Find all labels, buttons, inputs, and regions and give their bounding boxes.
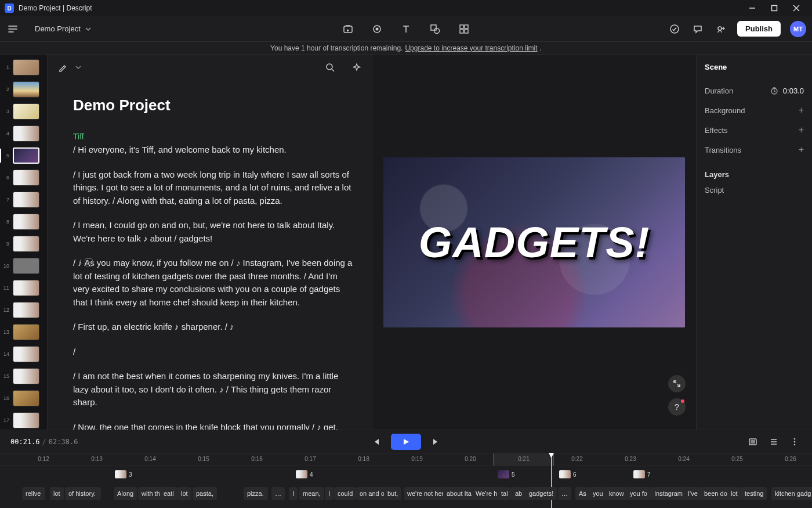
document-title[interactable]: Demo Project — [73, 96, 354, 114]
background-row[interactable]: Background+ — [705, 100, 804, 120]
word-track[interactable]: relivelotof history.Alongwith theatilotp… — [0, 484, 812, 502]
clip-marker[interactable]: 5 — [498, 469, 515, 480]
word-clip[interactable]: of history. — [65, 487, 101, 500]
timeline[interactable]: 0:120:130:140:150:160:170:180:190:200:21… — [0, 453, 812, 508]
scene-thumbnail[interactable]: 11 — [0, 279, 47, 297]
view-mode-b-icon[interactable] — [767, 435, 781, 449]
add-scene-icon[interactable]: + — [85, 258, 93, 266]
word-clip[interactable]: … — [271, 487, 285, 500]
word-clip[interactable]: on and o — [356, 487, 388, 500]
close-button[interactable] — [785, 0, 807, 16]
preview-canvas[interactable]: GADGETS! ? — [372, 55, 696, 430]
duration-row[interactable]: Duration 0:03.0 — [705, 81, 804, 100]
expand-icon[interactable] — [668, 375, 686, 392]
word-clip[interactable]: Along — [114, 487, 137, 500]
transcript-paragraph[interactable]: / Now, the one that comes in the knife b… — [73, 421, 354, 430]
project-selector[interactable]: Demo Project — [30, 22, 96, 35]
word-clip[interactable]: tal — [498, 487, 512, 500]
word-clip[interactable]: testing — [741, 487, 767, 500]
word-clip[interactable]: you fo — [626, 487, 651, 500]
scene-thumbnail[interactable]: 15 — [0, 367, 47, 385]
word-clip[interactable]: could — [334, 487, 356, 500]
word-clip[interactable]: lot — [727, 487, 741, 500]
maximize-button[interactable] — [763, 0, 785, 16]
media-tool-icon[interactable] — [341, 22, 355, 36]
skip-back-button[interactable] — [369, 435, 383, 449]
word-clip[interactable]: As — [575, 487, 590, 500]
transcript-paragraph[interactable]: / ♪ As you may know, if you follow me on… — [73, 257, 354, 309]
transcript-paragraph[interactable]: / — [73, 345, 354, 359]
transcript-paragraph[interactable]: / I mean, I could go on and on, but, we'… — [73, 219, 354, 245]
play-button[interactable] — [391, 434, 421, 450]
word-clip[interactable]: lot — [50, 487, 64, 500]
menu-toggle-icon[interactable] — [6, 22, 20, 36]
chevron-down-icon[interactable] — [75, 64, 81, 70]
transcript-paragraph[interactable]: / I am not the best when it comes to sha… — [73, 370, 354, 409]
word-clip[interactable]: ab — [512, 487, 525, 500]
timeline-ruler[interactable]: 0:120:130:140:150:160:170:180:190:200:21… — [0, 453, 812, 466]
scene-rail[interactable]: 12345678910111213141516171819 — [0, 55, 48, 430]
scene-thumbnail[interactable]: 12 — [0, 301, 47, 319]
effects-row[interactable]: Effects+ — [705, 120, 804, 140]
scene-thumbnail[interactable]: 2 — [0, 80, 47, 99]
word-clip[interactable]: you — [589, 487, 607, 500]
scene-thumbnail[interactable]: 16 — [0, 389, 47, 408]
word-clip[interactable]: … — [558, 487, 571, 500]
clip-marker[interactable]: 3 — [115, 469, 132, 480]
search-icon[interactable] — [323, 60, 337, 74]
transcript-paragraph[interactable]: / Hi everyone, it's Tiff, and welcome ba… — [73, 143, 354, 157]
banner-upgrade-link[interactable]: Upgrade to increase your transcription l… — [405, 44, 537, 52]
comment-icon[interactable] — [691, 22, 705, 36]
clip-marker[interactable]: 6 — [559, 469, 577, 480]
scene-thumbnail[interactable]: 13 — [0, 323, 47, 341]
scene-thumbnail[interactable]: 10 — [0, 257, 47, 275]
scene-thumbnail[interactable]: 9 — [0, 235, 47, 253]
more-options-icon[interactable] — [788, 435, 802, 449]
clip-marker[interactable]: 7 — [633, 469, 651, 480]
word-clip[interactable]: but, — [384, 487, 401, 500]
word-clip[interactable]: know — [606, 487, 628, 500]
word-clip[interactable]: I've — [684, 487, 701, 500]
publish-button[interactable]: Publish — [737, 21, 781, 37]
word-clip[interactable]: We're h — [472, 487, 501, 500]
share-icon[interactable] — [714, 22, 728, 36]
view-mode-a-icon[interactable] — [746, 435, 760, 449]
speaker-label[interactable]: Tiff — [73, 132, 354, 141]
word-clip[interactable]: mean, — [299, 487, 324, 500]
word-clip[interactable]: about Ita — [443, 487, 475, 500]
word-clip[interactable]: Instagram — [651, 487, 686, 500]
word-clip[interactable]: relive — [22, 487, 45, 500]
layers-section[interactable]: Layers — [705, 170, 804, 179]
user-avatar[interactable]: MT — [790, 21, 806, 37]
templates-tool-icon[interactable] — [457, 22, 471, 36]
word-clip[interactable]: I — [289, 487, 298, 500]
scene-thumbnail[interactable]: 14 — [0, 345, 47, 363]
shapes-tool-icon[interactable] — [428, 22, 442, 36]
video-frame[interactable]: GADGETS! — [383, 157, 685, 327]
edit-mode-icon[interactable] — [56, 60, 70, 74]
text-tool-icon[interactable] — [399, 22, 413, 36]
scene-thumbnail[interactable]: 7 — [0, 190, 47, 209]
clip-marker[interactable]: 4 — [296, 469, 313, 480]
transcript-paragraph[interactable]: / First up, an electric knife ♪ sharpene… — [73, 320, 354, 334]
skip-forward-button[interactable] — [429, 435, 443, 449]
help-icon[interactable]: ? — [668, 398, 686, 416]
word-clip[interactable]: we're not her — [404, 487, 447, 500]
word-clip[interactable]: I — [325, 487, 334, 500]
scene-thumbnail[interactable]: 17 — [0, 411, 47, 430]
word-clip[interactable]: been do — [701, 487, 731, 500]
scene-thumbnail[interactable]: 4 — [0, 124, 47, 143]
transitions-row[interactable]: Transitions+ — [705, 140, 804, 160]
scene-thumbnail[interactable]: 3 — [0, 102, 47, 121]
word-clip[interactable]: eati — [160, 487, 177, 500]
scene-thumbnail[interactable]: 5 — [0, 146, 47, 165]
transcript-paragraph[interactable]: / I just got back from a two week long t… — [73, 168, 354, 208]
script-body[interactable]: Demo Project Tiff / Hi everyone, it's Ti… — [48, 80, 372, 430]
word-clip[interactable]: kitchen gadg — [771, 487, 812, 500]
word-clip[interactable]: lot — [177, 487, 191, 500]
word-clip[interactable]: gadgets! — [525, 487, 557, 500]
word-clip[interactable]: pasta, — [193, 487, 217, 500]
scene-thumbnail[interactable]: 6 — [0, 168, 47, 187]
scene-thumbnail[interactable]: 1 — [0, 58, 47, 77]
minimize-button[interactable] — [741, 0, 763, 16]
